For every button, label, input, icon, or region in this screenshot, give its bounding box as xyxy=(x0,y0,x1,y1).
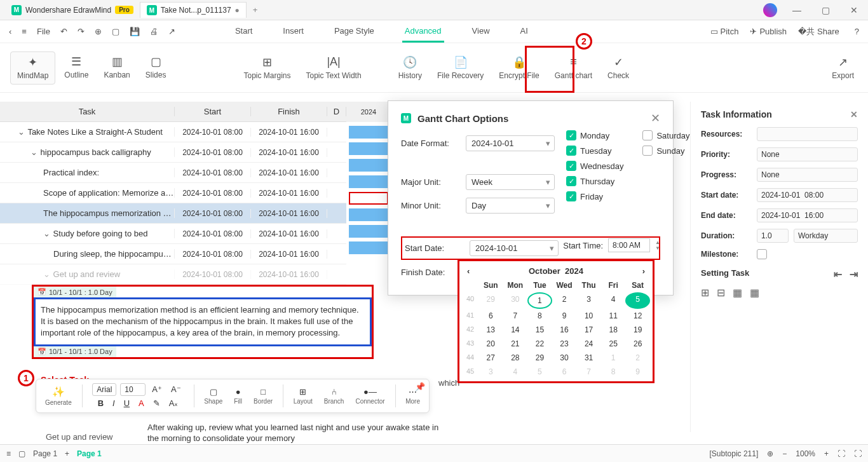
zoom-reset[interactable]: ⊕ xyxy=(767,449,773,458)
font-size-select[interactable]: 10 xyxy=(120,383,146,396)
gantt-bar[interactable] xyxy=(349,208,388,221)
outline-button[interactable]: ☰Outline xyxy=(58,51,95,85)
calendar-next[interactable]: › xyxy=(642,266,645,276)
help-button[interactable]: ? xyxy=(851,24,863,39)
calendar-day[interactable]: 3 xyxy=(478,365,503,379)
friday-check[interactable]: ✓ xyxy=(566,191,576,201)
table-row[interactable]: ⌄ Take Notes Like a Straight-A Student20… xyxy=(0,122,346,142)
undo-button[interactable]: ↶ xyxy=(57,24,71,39)
milestone-check[interactable] xyxy=(757,249,767,259)
back-button[interactable]: ‹ xyxy=(5,24,15,39)
save-button[interactable]: 💾 xyxy=(126,24,144,39)
gantt-bar[interactable] xyxy=(349,241,388,254)
connector-button[interactable]: ●—Connector xyxy=(351,387,388,405)
calendar-day[interactable]: 9 xyxy=(552,309,577,323)
calendar-day[interactable]: 20 xyxy=(478,337,503,351)
new-button[interactable]: ⊕ xyxy=(91,24,105,39)
calendar-day[interactable]: 5 xyxy=(527,365,552,379)
minor-unit-select[interactable]: Day xyxy=(466,198,555,214)
grid2-icon[interactable]: ▦ xyxy=(750,287,759,299)
italic-button[interactable]: I xyxy=(110,397,118,409)
table-row[interactable]: ⌄ Study before going to bed2024-10-01 08… xyxy=(0,224,346,244)
page-add[interactable]: + xyxy=(65,449,69,458)
tab-insert[interactable]: Insert xyxy=(280,21,306,43)
underline-button[interactable]: U xyxy=(121,397,132,409)
saturday-check[interactable] xyxy=(642,130,653,140)
document-tab[interactable]: M Take Not...p_011137 ● xyxy=(140,2,247,18)
col-start[interactable]: Start xyxy=(175,107,251,116)
print-button[interactable]: 🖨 xyxy=(146,24,162,39)
calendar-day[interactable]: 10 xyxy=(576,309,601,323)
user-avatar[interactable] xyxy=(763,3,777,17)
tab-advanced[interactable]: Advanced xyxy=(402,21,444,43)
calendar-day[interactable]: 18 xyxy=(601,323,626,337)
font-increase[interactable]: A⁺ xyxy=(149,383,165,396)
calendar-day[interactable]: 7 xyxy=(576,365,601,379)
remove-icon[interactable]: ⊟ xyxy=(717,287,725,299)
border-button[interactable]: □Border xyxy=(250,387,276,405)
table-row[interactable]: ⌄ hippocampus back calligraphy2024-10-01… xyxy=(0,142,346,163)
topic-text-width-button[interactable]: |A|Topic Text Width xyxy=(299,52,367,84)
calendar-day[interactable]: 19 xyxy=(625,323,650,337)
maximize-button[interactable]: ▢ xyxy=(817,3,835,18)
font-decrease[interactable]: A⁻ xyxy=(168,383,184,396)
gantt-chart-button[interactable]: ≡Gantt chart xyxy=(548,52,599,84)
zoom-value[interactable]: 100% xyxy=(796,449,815,458)
calendar-day[interactable]: 12 xyxy=(625,309,650,323)
calendar-day[interactable]: 13 xyxy=(478,323,503,337)
indent-icon[interactable]: ⇤ xyxy=(834,268,842,280)
date-format-select[interactable]: 2024-10-01 xyxy=(466,135,555,151)
end-date-value[interactable]: 2024-10-01 16:00 xyxy=(757,208,858,222)
mindmap-button[interactable]: ✦MindMap xyxy=(10,51,55,85)
calendar-day[interactable]: 14 xyxy=(503,323,528,337)
calendar-day[interactable]: 30 xyxy=(552,351,577,365)
calendar-day[interactable]: 2 xyxy=(625,351,650,365)
topic-margins-button[interactable]: ⊞Topic Margins xyxy=(237,52,297,84)
redo-button[interactable]: ↷ xyxy=(74,24,88,39)
open-button[interactable]: ▢ xyxy=(108,24,123,39)
outdent-icon[interactable]: ⇥ xyxy=(850,268,858,280)
fullscreen-icon[interactable]: ⛶ xyxy=(854,449,862,458)
pin-icon[interactable]: 📌 xyxy=(415,382,425,391)
table-row[interactable]: The hippocampus memorization me...2024-1… xyxy=(0,203,346,224)
branch-button[interactable]: ⑃Branch xyxy=(320,387,348,405)
layout-button[interactable]: ⊞Layout xyxy=(290,387,316,405)
start-time-input[interactable]: 8:00 AM xyxy=(608,238,650,252)
table-row[interactable]: Practical index:2024-10-01 08:002024-10-… xyxy=(0,163,346,183)
sunday-check[interactable] xyxy=(642,146,653,156)
col-task[interactable]: Task xyxy=(0,107,175,116)
tab-ai[interactable]: AI xyxy=(518,21,531,43)
calendar-day[interactable]: 29 xyxy=(478,292,503,309)
add-icon[interactable]: ⊞ xyxy=(701,287,709,299)
calendar-day[interactable]: 4 xyxy=(503,365,528,379)
calendar-day[interactable]: 16 xyxy=(552,323,577,337)
panel-close[interactable]: ✕ xyxy=(850,109,858,119)
calendar-day[interactable]: 3 xyxy=(576,292,601,309)
export-quick-button[interactable]: ↗ xyxy=(165,24,179,39)
check-button[interactable]: ✓Check xyxy=(601,52,635,84)
major-unit-select[interactable]: Week xyxy=(466,174,555,190)
calendar-day[interactable]: 6 xyxy=(552,365,577,379)
export-button[interactable]: ↗Export xyxy=(825,52,860,84)
calendar-day[interactable]: 30 xyxy=(503,292,528,309)
highlight-button[interactable]: ✎ xyxy=(151,397,163,409)
tab-view[interactable]: View xyxy=(470,21,492,43)
node-text-editor[interactable]: The hippocampus memorization method is a… xyxy=(34,297,372,346)
table-row[interactable]: ⌄ Get up and review2024-10-01 08:002024-… xyxy=(0,264,346,285)
tab-page-style[interactable]: Page Style xyxy=(332,21,377,43)
calendar-day[interactable]: 24 xyxy=(576,337,601,351)
calendar-day[interactable]: 31 xyxy=(576,351,601,365)
calendar-day[interactable]: 15 xyxy=(527,323,552,337)
kanban-button[interactable]: ▥Kanban xyxy=(97,51,136,85)
history-button[interactable]: 🕓History xyxy=(392,52,428,84)
calendar-day[interactable]: 9 xyxy=(625,365,650,379)
calendar-day[interactable]: 1 xyxy=(527,292,552,309)
page-select[interactable]: Page 1 xyxy=(33,449,57,458)
gantt-bar[interactable] xyxy=(349,142,388,155)
col-finish[interactable]: Finish xyxy=(251,107,327,116)
tab-start[interactable]: Start xyxy=(233,21,255,43)
tuesday-check[interactable]: ✓ xyxy=(566,146,576,156)
fill-button[interactable]: ●Fill xyxy=(230,387,246,405)
calendar-day[interactable]: 8 xyxy=(601,365,626,379)
publish-button[interactable]: ✈Publish xyxy=(750,27,787,36)
